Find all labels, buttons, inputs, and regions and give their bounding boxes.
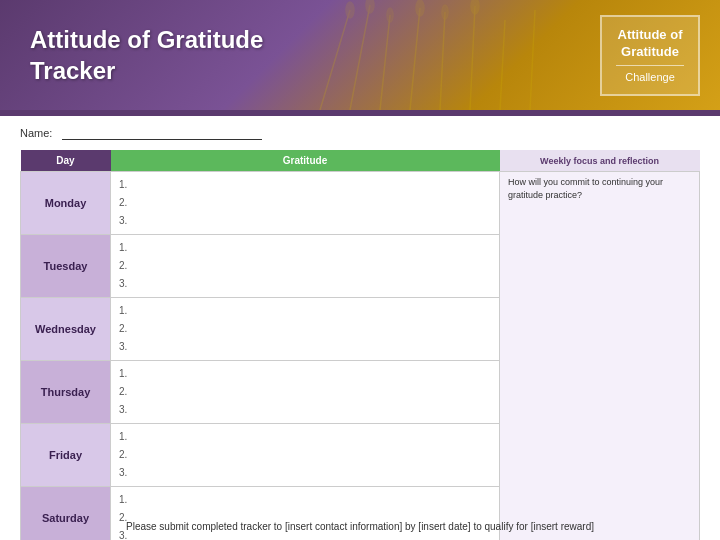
day-cell-friday: Friday bbox=[21, 424, 111, 487]
svg-line-3 bbox=[410, 8, 420, 110]
svg-line-6 bbox=[500, 20, 505, 110]
day-cell-tuesday: Tuesday bbox=[21, 235, 111, 298]
header-title: Attitude of Gratitude Tracker bbox=[0, 4, 293, 106]
table-header-row: Day Gratitude Weekly focus and reflectio… bbox=[21, 150, 700, 172]
svg-line-4 bbox=[440, 12, 445, 110]
main-content: Name: Day Gratitude Weekly focus and ref… bbox=[0, 116, 720, 540]
name-label: Name: bbox=[20, 127, 52, 139]
weekly-reflection-cell[interactable]: How will you commit to continuing your g… bbox=[500, 172, 700, 541]
gratitude-column-header: Gratitude bbox=[111, 150, 500, 172]
svg-line-1 bbox=[350, 5, 370, 110]
badge-subtitle: Challenge bbox=[616, 65, 684, 84]
header-title-line1: Attitude of Gratitude bbox=[30, 26, 263, 53]
svg-line-0 bbox=[320, 10, 350, 110]
svg-point-11 bbox=[416, 0, 424, 16]
header-decoration bbox=[290, 0, 540, 110]
header-badge: Attitude of Gratitude Challenge bbox=[600, 15, 700, 96]
svg-line-7 bbox=[530, 10, 535, 110]
svg-point-8 bbox=[346, 2, 354, 18]
svg-point-10 bbox=[387, 8, 393, 22]
name-field-row: Name: bbox=[20, 126, 700, 140]
day-column-header: Day bbox=[21, 150, 111, 172]
gratitude-cell-thursday[interactable]: 1.2.3. bbox=[111, 361, 500, 424]
svg-line-5 bbox=[470, 6, 475, 110]
weekly-column-header: Weekly focus and reflection bbox=[500, 150, 700, 172]
footer-text: Please submit completed tracker to [inse… bbox=[126, 521, 594, 532]
name-input-line[interactable] bbox=[62, 126, 262, 140]
day-cell-wednesday: Wednesday bbox=[21, 298, 111, 361]
header-title-line2: Tracker bbox=[30, 57, 115, 84]
day-cell-thursday: Thursday bbox=[21, 361, 111, 424]
svg-point-13 bbox=[471, 0, 479, 14]
gratitude-table: Day Gratitude Weekly focus and reflectio… bbox=[20, 150, 700, 540]
gratitude-cell-monday[interactable]: 1.2.3. bbox=[111, 172, 500, 235]
gratitude-cell-friday[interactable]: 1.2.3. bbox=[111, 424, 500, 487]
day-cell-monday: Monday bbox=[21, 172, 111, 235]
svg-point-9 bbox=[366, 0, 374, 13]
footer: Please submit completed tracker to [inse… bbox=[0, 521, 720, 532]
svg-line-2 bbox=[380, 15, 390, 110]
badge-title: Attitude of Gratitude bbox=[616, 27, 684, 61]
weekly-note-text: How will you commit to continuing your g… bbox=[508, 176, 691, 201]
table-row: Monday1.2.3.How will you commit to conti… bbox=[21, 172, 700, 235]
gratitude-cell-tuesday[interactable]: 1.2.3. bbox=[111, 235, 500, 298]
gratitude-cell-wednesday[interactable]: 1.2.3. bbox=[111, 298, 500, 361]
header: Attitude of Gratitude Tracker Attitude o… bbox=[0, 0, 720, 110]
svg-point-12 bbox=[442, 5, 448, 19]
